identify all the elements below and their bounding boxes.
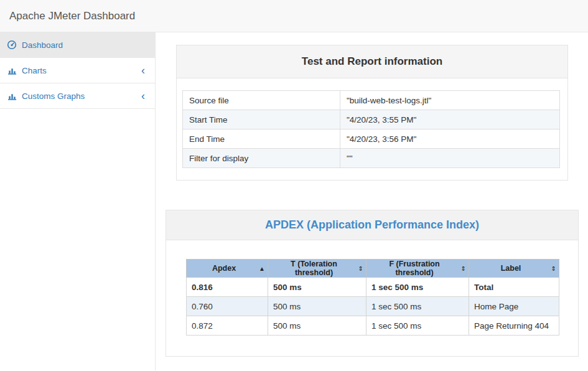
cell-toleration: 500 ms [268,316,366,336]
sidebar: Dashboard Charts ‹ [0,32,156,370]
cell-frustration: 1 sec 500 ms [366,278,469,297]
cell-frustration: 1 sec 500 ms [366,297,469,316]
cell-toleration: 500 ms [268,297,366,316]
sidebar-item-label: Customs Graphs [22,92,85,101]
column-header-label: F (Frustration threshold) [389,260,439,277]
info-value: "4/20/23, 3:56 PM" [340,129,560,149]
column-header-label: Apdex [212,264,236,273]
column-header-label: Label [501,264,521,273]
cell-toleration: 500 ms [268,278,366,297]
app-header: Apache JMeter Dashboard [0,0,588,32]
info-label: End Time [183,129,340,149]
bar-chart-icon [7,92,17,101]
apdex-table: Apdex ▲ T (Toleration threshold) ⇕ F (Fr… [186,259,559,336]
cell-frustration: 1 sec 500 ms [366,316,469,336]
column-header-frustration[interactable]: F (Frustration threshold) ⇕ [366,260,469,278]
bar-chart-icon [7,66,17,75]
info-label: Start Time [183,110,340,129]
sort-unsorted-icon: ⇕ [358,265,363,272]
sort-asc-icon: ▲ [259,265,265,272]
column-header-label: T (Toleration threshold) [291,260,337,277]
app-title: Apache JMeter Dashboard [9,10,135,22]
column-header-toleration[interactable]: T (Toleration threshold) ⇕ [268,260,366,278]
table-row: End Time "4/20/23, 3:56 PM" [183,129,560,149]
cell-label: Total [469,278,559,297]
sidebar-item-customs-graphs[interactable]: Customs Graphs ‹ [0,83,155,109]
test-info-panel: Test and Report information Source file … [176,45,568,181]
table-row: 0.872 500 ms 1 sec 500 ms Page Returning… [187,316,559,336]
main-layout: Dashboard Charts ‹ [0,32,588,370]
column-header-label-col[interactable]: Label ⇕ [469,260,559,278]
cell-apdex: 0.816 [187,278,268,297]
apdex-panel-title: APDEX (Application Performance Index) [166,210,578,240]
table-header-row: Apdex ▲ T (Toleration threshold) ⇕ F (Fr… [187,260,559,278]
info-value: "" [340,149,560,168]
table-row: Source file "build-web-test-logs.jtl" [183,91,560,110]
cell-apdex: 0.872 [187,316,268,336]
sort-unsorted-icon: ⇕ [461,265,466,272]
test-info-panel-body: Source file "build-web-test-logs.jtl" St… [177,78,567,180]
chevron-left-icon[interactable]: ‹ [141,65,147,76]
sidebar-item-label: Charts [22,66,47,75]
apdex-panel-body: Apdex ▲ T (Toleration threshold) ⇕ F (Fr… [166,240,578,356]
main-content: Test and Report information Source file … [156,32,588,370]
info-label: Filter for display [183,149,340,168]
apdex-panel: APDEX (Application Performance Index) Ap… [166,210,579,357]
cell-label: Home Page [469,297,559,316]
info-value: "4/20/23, 3:55 PM" [340,110,560,129]
chevron-left-icon[interactable]: ‹ [141,90,147,101]
dashboard-gauge-icon [7,40,17,50]
sidebar-item-dashboard[interactable]: Dashboard [0,32,155,58]
cell-label: Page Returning 404 [469,316,559,336]
cell-apdex: 0.760 [187,297,268,316]
sidebar-item-charts[interactable]: Charts ‹ [0,58,155,83]
info-value: "build-web-test-logs.jtl" [340,91,560,110]
table-row-total: 0.816 500 ms 1 sec 500 ms Total [187,278,559,297]
sidebar-item-label: Dashboard [22,40,63,50]
table-row: 0.760 500 ms 1 sec 500 ms Home Page [187,297,559,316]
column-header-apdex[interactable]: Apdex ▲ [187,260,268,278]
test-info-table: Source file "build-web-test-logs.jtl" St… [182,90,560,168]
info-label: Source file [183,91,340,110]
sort-unsorted-icon: ⇕ [551,265,556,272]
test-info-panel-title: Test and Report information [177,45,567,78]
table-row: Start Time "4/20/23, 3:55 PM" [183,110,560,129]
table-row: Filter for display "" [183,149,560,168]
